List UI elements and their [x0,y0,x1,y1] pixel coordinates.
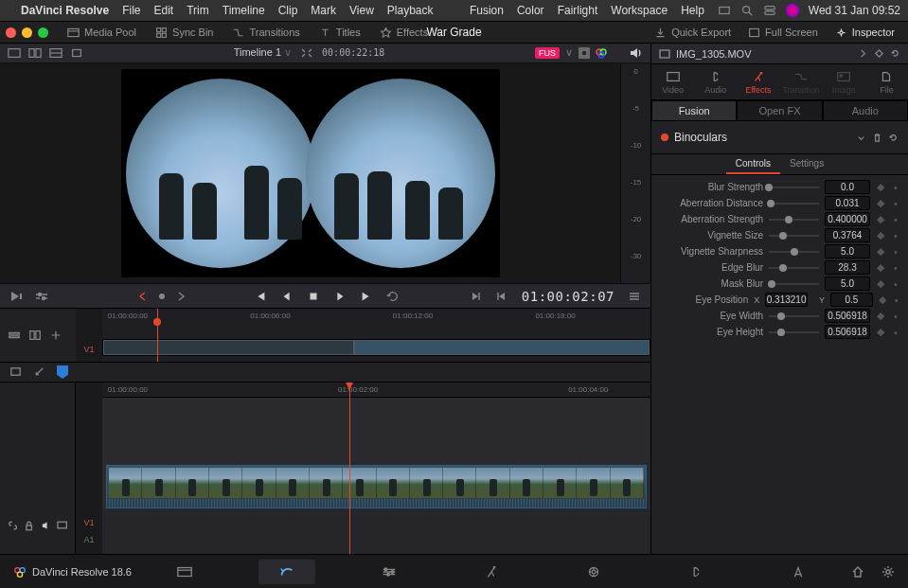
speaker-icon[interactable] [41,520,51,531]
keyframe-diamond-icon[interactable]: ◆ [876,310,885,322]
timecode-display[interactable]: 01:00:02:07 [522,289,614,304]
menu-workspace[interactable]: Workspace [611,4,668,17]
control-center-icon[interactable] [763,4,776,17]
options-icon[interactable] [628,290,641,303]
page-edit[interactable] [361,560,418,584]
keyframe-icon[interactable] [874,48,884,59]
timeline-ruler[interactable]: 01:00:00:00 01:00:06:00 01:00:12:00 01:0… [102,309,650,326]
param-slider[interactable] [769,251,819,253]
viewer-mode-icon[interactable] [8,47,21,59]
fit-icon[interactable] [301,48,312,58]
param-slider[interactable] [769,203,819,205]
reset-dot-icon[interactable]: • [891,230,900,241]
tab-transition[interactable]: Transition [780,64,823,99]
keyframe-diamond-icon[interactable]: ◆ [876,326,885,338]
param-slider[interactable] [769,219,819,221]
reset-dot-icon[interactable]: • [891,262,900,274]
media-pool-button[interactable]: Media Pool [60,24,144,42]
subtab-openfx[interactable]: Open FX [737,100,822,121]
reset-dot-icon[interactable]: • [891,182,900,193]
param-slider[interactable] [769,331,819,333]
go-to-in-button[interactable] [469,290,482,303]
menu-fusion[interactable]: Fusion [470,4,504,17]
tab-effects[interactable]: Effects [737,64,779,99]
speaker-icon[interactable] [630,47,643,59]
stop-button[interactable] [307,290,320,303]
param-slider[interactable] [769,187,819,188]
viewer-mode-icon[interactable] [28,47,42,59]
keyframe-diamond-icon[interactable]: ◆ [876,197,885,209]
blade-tool-icon[interactable] [33,365,45,378]
selection-tool-icon[interactable] [9,365,22,378]
timeline-canvas[interactable]: 01:00:00:00 01:00:02:00 01:00:04:00 [102,383,650,554]
param-value[interactable]: 5.0 [825,276,870,291]
datetime[interactable]: Wed 31 Jan 09:52 [809,4,900,17]
page-deliver[interactable] [770,560,827,584]
settings-gear-icon[interactable] [881,565,895,579]
reset-dot-icon[interactable]: • [891,214,900,225]
keyframe-diamond-icon[interactable]: ◆ [876,277,885,290]
titles-button[interactable]: Titles [312,24,368,42]
safe-area-icon[interactable] [579,47,590,59]
reset-dot-icon[interactable]: • [891,278,900,290]
next-frame-button[interactable] [360,290,373,303]
param-slider[interactable] [769,283,819,285]
reset-icon[interactable] [888,133,899,143]
prev-frame-button[interactable] [280,290,294,303]
boring-detector-icon[interactable] [70,47,83,59]
param-value[interactable]: 0.3764 [825,228,870,242]
tab-audio[interactable]: Audio [694,64,737,99]
inspector-button[interactable]: Inspector [828,24,902,42]
keyframe-diamond-icon[interactable]: ◆ [876,181,885,193]
reset-dot-icon[interactable]: • [891,246,900,258]
menu-clip[interactable]: Clip [278,4,298,17]
marker-dot-icon[interactable] [159,294,165,299]
home-icon[interactable] [851,565,864,579]
full-screen-button[interactable]: Full Screen [740,24,826,42]
menu-trim[interactable]: Trim [187,4,209,17]
page-color[interactable] [565,560,622,584]
first-frame-button[interactable] [254,290,267,303]
param-value[interactable]: 0.0 [825,180,870,194]
timeline-name[interactable]: Timeline 1 ∨ [234,46,292,59]
prev-marker-icon[interactable] [138,292,148,301]
video-track-label[interactable]: V1 [76,508,102,531]
expand-icon[interactable] [856,133,866,143]
trash-icon[interactable] [872,133,882,143]
viewer-canvas[interactable] [0,63,620,283]
spotlight-icon[interactable] [740,4,754,17]
ctab-controls[interactable]: Controls [726,154,780,174]
keyframe-diamond-icon[interactable]: ◆ [876,245,885,258]
timeline-ruler[interactable]: 01:00:00:00 01:00:02:00 01:00:04:00 [102,383,650,398]
keyframe-diamond-icon[interactable]: ◆ [879,294,887,306]
page-fairlight[interactable] [668,560,724,584]
param-value-x[interactable]: 0.313210 [765,293,808,307]
siri-icon[interactable] [786,4,799,17]
param-value[interactable]: 5.0 [825,244,870,258]
chevron-down-icon[interactable]: ∨ [565,46,573,59]
param-slider[interactable] [769,267,819,269]
close-window-button[interactable] [6,27,16,38]
keyframe-diamond-icon[interactable]: ◆ [876,213,885,225]
reset-dot-icon[interactable]: • [891,327,900,338]
tab-file[interactable]: File [865,64,908,99]
param-slider[interactable] [769,315,819,317]
reset-dot-icon[interactable]: • [891,311,900,322]
expand-icon[interactable] [858,48,868,59]
minimize-window-button[interactable] [22,27,32,38]
color-channel-icon[interactable] [596,47,607,59]
param-value[interactable]: 0.506918 [825,309,870,323]
transitions-button[interactable]: Transitions [224,24,307,42]
next-marker-icon[interactable] [176,292,186,301]
go-to-out-button[interactable] [495,290,508,303]
keyframe-diamond-icon[interactable]: ◆ [876,261,885,274]
monitor-icon[interactable] [57,520,67,531]
subtab-fusion[interactable]: Fusion [651,100,737,121]
menu-file[interactable]: File [122,4,140,17]
menu-help[interactable]: Help [681,4,704,17]
page-fusion[interactable] [463,560,520,584]
marker-tool-icon[interactable] [57,365,68,379]
mini-timeline-canvas[interactable]: 01:00:00:00 01:00:06:00 01:00:12:00 01:0… [102,309,650,362]
param-value[interactable]: 0.031 [825,196,870,210]
reset-dot-icon[interactable]: • [892,294,900,306]
